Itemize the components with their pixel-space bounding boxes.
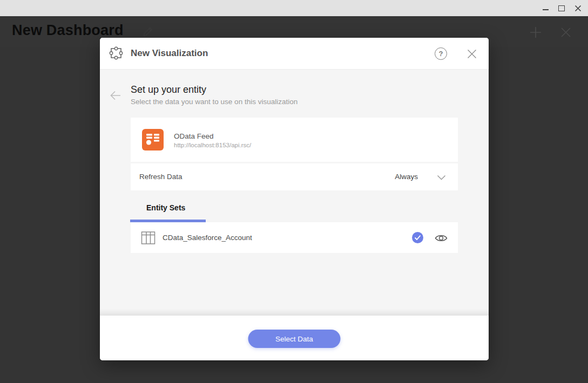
- dialog-header: New Visualization ?: [100, 38, 489, 70]
- chevron-down-icon: [437, 175, 446, 180]
- section-subheading: Select the data you want to use on this …: [131, 98, 298, 106]
- visualization-widget-icon: [109, 46, 124, 60]
- dialog-close-button[interactable]: [467, 49, 478, 59]
- arrow-left-icon: [109, 88, 124, 102]
- data-source-name: OData Feed: [174, 132, 214, 140]
- help-button[interactable]: ?: [435, 47, 448, 60]
- add-visualization-button[interactable]: [529, 24, 545, 40]
- os-titlebar: [0, 0, 588, 16]
- maximize-icon: [558, 5, 565, 11]
- table-icon: [141, 231, 156, 245]
- close-icon: [467, 49, 478, 59]
- close-icon: [575, 5, 582, 12]
- refresh-data-label: Refresh Data: [139, 163, 183, 190]
- entity-row[interactable]: CData_Salesforce_Account: [131, 222, 458, 253]
- window-maximize-button[interactable]: [553, 0, 570, 16]
- data-source-url: http://localhost:8153/api.rsc/: [174, 142, 251, 148]
- help-icon: ?: [435, 47, 447, 60]
- window-close-button[interactable]: [570, 0, 586, 16]
- window-minimize-button[interactable]: [537, 0, 553, 16]
- section-heading: Set up your entity: [131, 84, 206, 95]
- new-visualization-dialog: New Visualization ? Set up your entity S…: [100, 38, 489, 360]
- select-data-button[interactable]: Select Data: [248, 330, 341, 348]
- eye-icon: [435, 234, 449, 243]
- edit-title-button[interactable]: [142, 25, 155, 38]
- plus-icon: [529, 25, 545, 39]
- tab-entity-sets[interactable]: Entity Sets: [146, 203, 185, 212]
- back-button[interactable]: [109, 88, 124, 103]
- dialog-footer: Select Data: [100, 316, 489, 360]
- dialog-body: Set up your entity Select the data you w…: [100, 70, 489, 316]
- data-source-card[interactable]: OData Feed http://localhost:8153/api.rsc…: [131, 118, 458, 162]
- window-controls: [537, 0, 586, 16]
- odata-feed-icon: [142, 129, 164, 151]
- dashboard-close-button[interactable]: [560, 24, 576, 40]
- preview-entity-button[interactable]: [435, 233, 449, 243]
- pencil-icon: [142, 26, 155, 38]
- refresh-data-value: Always: [395, 163, 418, 190]
- minimize-icon: [543, 9, 549, 10]
- selected-check-icon[interactable]: [412, 232, 423, 243]
- screen: { "app": { "header": { "title": "New Das…: [0, 0, 588, 383]
- close-icon: [560, 26, 576, 38]
- entity-name: CData_Salesforce_Account: [163, 222, 252, 253]
- dashboard-title: New Dashboard: [12, 22, 124, 39]
- dialog-title: New Visualization: [131, 38, 208, 69]
- refresh-data-dropdown[interactable]: Refresh Data Always: [131, 163, 458, 190]
